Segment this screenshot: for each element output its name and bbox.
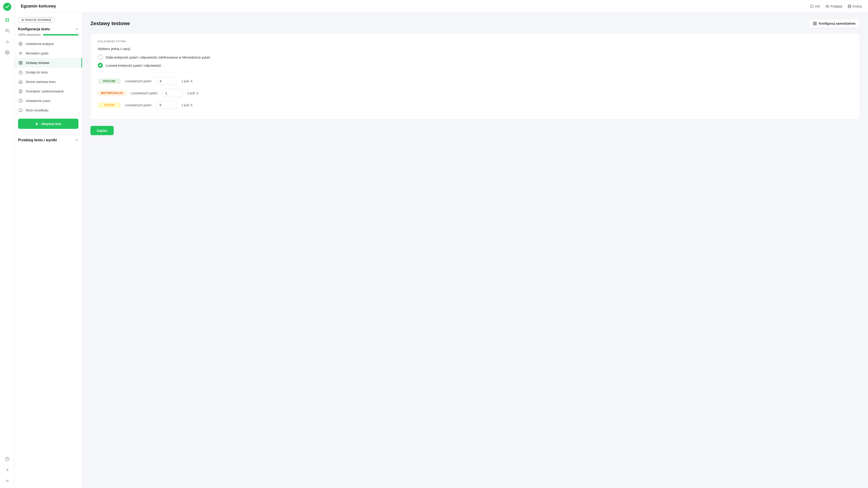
svg-rect-3 <box>7 20 9 22</box>
radio-stala-label: Stała kolejność pytań i odpowiedzi zdefi… <box>105 55 210 59</box>
content-card: KOLEJNOŚĆ PYTAŃ Wybierz jedną z opcji: S… <box>90 33 860 120</box>
main-wrapper: Egzamin końcowy Info Podgląd <box>14 0 868 488</box>
przebieg-section-header[interactable]: Przebieg testu i wyniki <box>14 134 82 144</box>
ogolne-pool: z puli: 4. <box>182 79 193 83</box>
info-button[interactable]: Info <box>810 4 820 8</box>
svg-point-20 <box>20 54 20 55</box>
print-btn-label: Drukuj <box>852 4 862 8</box>
print-button[interactable]: Drukuj <box>848 4 862 8</box>
sidebar-item-zestawy-testowe[interactable]: Zestawy testowe <box>14 58 82 68</box>
badge-ogolne: OGÓLNE <box>98 79 121 84</box>
svg-rect-2 <box>5 20 7 22</box>
configure-self-button[interactable]: Konfiguruj samodzielnie <box>809 19 860 28</box>
progress-row: 100% ukończono <box>14 32 82 39</box>
app-logo[interactable] <box>3 3 11 11</box>
svg-rect-27 <box>19 63 20 64</box>
svg-rect-36 <box>815 22 816 23</box>
rail-users-icon[interactable] <box>3 26 12 35</box>
progress-bar-fill <box>43 34 79 35</box>
menedzer-icon <box>18 51 23 56</box>
svg-rect-1 <box>7 18 9 20</box>
play-icon <box>35 122 39 126</box>
sidebar: W TRAKCIE USTAWIEŃ Konfiguracja testu 10… <box>14 13 82 488</box>
sidebar-item-ustawienia-wstepne[interactable]: Ustawienia wstępne <box>14 39 82 49</box>
section-label: KOLEJNOŚĆ PYTAŃ <box>98 40 852 43</box>
sidebar-item-wzor-certyfikatu[interactable]: Wzór certyfikatu <box>14 105 82 115</box>
sidebar-item-ocenianie[interactable]: Ocenianie i podsumowanie <box>14 87 82 96</box>
activate-test-button[interactable]: Aktywuj test <box>18 119 79 129</box>
certyfikat-icon <box>18 108 23 113</box>
strona-label: Strona startowa testu <box>26 80 56 84</box>
scrum-input[interactable] <box>157 101 177 109</box>
radio-losowa-circle[interactable] <box>98 63 103 68</box>
rail-expand-icon[interactable] <box>3 476 12 485</box>
sidebar-item-menedzer-pytan[interactable]: Menedżer pytań <box>14 49 82 58</box>
dostep-icon <box>18 70 23 75</box>
main-content: Zestawy testowe Konfiguruj samodzielnie … <box>82 13 868 488</box>
badge-motoryzacja: MOTORYZACJA <box>98 90 126 96</box>
rail-back-icon[interactable] <box>3 465 12 475</box>
ocenianie-label: Ocenianie i podsumowanie <box>26 90 64 93</box>
rail-gear-icon[interactable] <box>3 48 12 57</box>
svg-rect-38 <box>815 24 816 25</box>
svg-point-15 <box>827 6 828 7</box>
category-row-ogolne: OGÓLNE Losowanych pytań: z puli: 4. <box>98 77 852 85</box>
sidebar-item-dostep[interactable]: Dostęp do testu <box>14 68 82 77</box>
menedzer-label: Menedżer pytań <box>26 52 49 55</box>
konfiguracja-title: Konfiguracja testu <box>18 27 50 31</box>
dostep-label: Dostęp do testu <box>26 70 48 74</box>
category-row-motoryzacja: MOTORYZACJA Losowanych pytań: z puli: 1. <box>98 89 852 97</box>
konfiguracja-section-header[interactable]: Konfiguracja testu <box>14 25 82 32</box>
scrum-pool: z puli: 5. <box>182 103 193 107</box>
svg-point-8 <box>6 52 8 53</box>
sidebar-item-ustawienia-czasu[interactable]: Ustawienia czasu <box>14 96 82 105</box>
content-area: W TRAKCIE USTAWIEŃ Konfiguracja testu 10… <box>14 13 868 488</box>
preview-button[interactable]: Podgląd <box>826 4 842 8</box>
przebieg-title: Przebieg testu i wyniki <box>18 138 57 142</box>
motoryzacja-pool: z puli: 1. <box>187 91 199 95</box>
progress-bar-bg <box>43 34 79 35</box>
svg-point-4 <box>6 29 7 31</box>
strona-icon <box>18 79 23 84</box>
activate-btn-label: Aktywuj test <box>41 122 61 126</box>
preview-btn-label: Podgląd <box>831 4 842 8</box>
ogolne-row-label: Losowanych pytań: <box>125 79 152 83</box>
chevron-down-icon <box>75 138 79 142</box>
info-icon <box>810 4 813 8</box>
info-btn-label: Info <box>815 4 820 8</box>
page-title: Zestawy testowe <box>90 21 130 26</box>
category-row-scrum: SCRUM Losowanych pytań: z puli: 5. <box>98 101 852 109</box>
svg-rect-25 <box>19 61 20 62</box>
ustawienia-icon <box>18 41 23 46</box>
ocenianie-icon <box>18 89 23 94</box>
icon-rail <box>0 0 14 488</box>
radio-stala-circle[interactable] <box>98 55 103 60</box>
svg-rect-28 <box>21 63 22 64</box>
sidebar-item-strona-startowa[interactable]: Strona startowa testu <box>14 77 82 87</box>
top-header: Egzamin końcowy Info Podgląd <box>14 0 868 13</box>
ogolne-input[interactable] <box>157 77 177 85</box>
svg-marker-34 <box>36 123 38 125</box>
svg-rect-35 <box>813 22 815 23</box>
choose-label: Wybierz jedną z opcji: <box>98 47 852 51</box>
radio-losowa[interactable]: Losowa kolejność pytań i odpowiedzi <box>98 63 852 68</box>
svg-point-18 <box>20 53 20 53</box>
zestawy-label: Zestawy testowe <box>26 61 49 65</box>
motoryzacja-row-label: Losowanych pytań: <box>131 91 158 95</box>
eye-icon <box>826 4 829 8</box>
svg-rect-16 <box>848 6 850 8</box>
progress-label: 100% ukończono <box>18 33 41 36</box>
svg-rect-37 <box>813 24 815 25</box>
svg-point-21 <box>21 54 22 55</box>
ustawienia-label: Ustawienia wstępne <box>26 42 54 45</box>
scrum-row-label: Losowanych pytań: <box>125 103 152 107</box>
rail-chart-icon[interactable] <box>3 37 12 46</box>
czas-label: Ustawienia czasu <box>26 99 51 102</box>
rail-help-icon[interactable] <box>3 455 12 464</box>
configure-icon <box>813 22 817 26</box>
radio-stala[interactable]: Stała kolejność pytań i odpowiedzi zdefi… <box>98 55 852 60</box>
save-button[interactable]: Zapisz <box>90 126 114 135</box>
rail-grid-icon[interactable] <box>3 16 12 24</box>
certyfikat-label: Wzór certyfikatu <box>26 109 49 112</box>
motoryzacja-input[interactable] <box>162 89 183 97</box>
